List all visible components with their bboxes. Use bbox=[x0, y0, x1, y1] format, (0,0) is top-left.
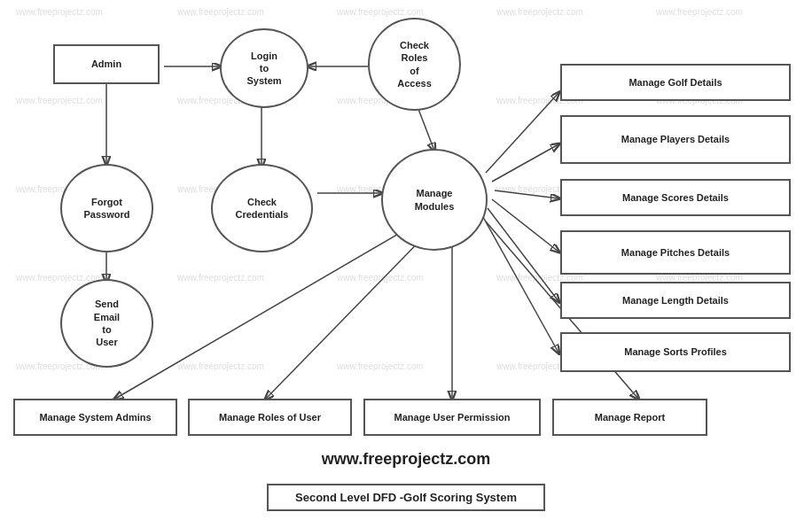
svg-line-11 bbox=[488, 208, 558, 301]
svg-line-9 bbox=[495, 190, 558, 198]
watermark-18: www.freeprojectz.com bbox=[337, 273, 424, 283]
watermark-1: www.freeprojectz.com bbox=[16, 7, 103, 17]
manage-sorts-node: Manage Sorts Profiles bbox=[560, 332, 791, 372]
watermark-2: www.freeprojectz.com bbox=[177, 7, 264, 17]
manage-report-node: Manage Report bbox=[552, 399, 707, 436]
manage-pitches-node: Manage Pitches Details bbox=[560, 230, 791, 275]
manage-perm-node: Manage User Permission bbox=[363, 399, 541, 436]
diagram-container: www.freeprojectz.com www.freeprojectz.co… bbox=[0, 0, 812, 520]
svg-line-8 bbox=[492, 144, 558, 182]
watermark-17: www.freeprojectz.com bbox=[177, 273, 264, 283]
manage-admins-node: Manage System Admins bbox=[13, 399, 177, 436]
watermark-5: www.freeprojectz.com bbox=[656, 7, 743, 17]
watermark-23: www.freeprojectz.com bbox=[337, 361, 424, 371]
svg-line-12 bbox=[483, 217, 558, 353]
manage-players-node: Manage Players Details bbox=[560, 115, 791, 164]
manage-scores-node: Manage Scores Details bbox=[560, 179, 791, 216]
check-roles-node: Check Roles of Access bbox=[368, 18, 461, 111]
watermark-22: www.freeprojectz.com bbox=[177, 361, 264, 371]
footer-website: www.freeprojectz.com bbox=[0, 450, 812, 469]
svg-line-7 bbox=[486, 93, 558, 173]
watermark-3: www.freeprojectz.com bbox=[337, 7, 424, 17]
watermark-6: www.freeprojectz.com bbox=[16, 96, 103, 105]
watermark-4: www.freeprojectz.com bbox=[496, 7, 583, 17]
manage-modules-node: Manage Modules bbox=[381, 149, 488, 251]
footer-title: Second Level DFD -Golf Scoring System bbox=[267, 484, 545, 511]
check-creds-node: Check Credentials bbox=[211, 164, 313, 252]
admin-node: Admin bbox=[53, 44, 160, 84]
svg-line-14 bbox=[266, 226, 434, 399]
forgot-node: Forgot Password bbox=[60, 164, 153, 252]
svg-line-10 bbox=[492, 199, 558, 252]
send-email-node: Send Email to User bbox=[60, 279, 153, 368]
manage-golf-node: Manage Golf Details bbox=[560, 64, 791, 101]
login-node: Login to System bbox=[220, 28, 308, 108]
manage-length-node: Manage Length Details bbox=[560, 282, 791, 319]
manage-roles-node: Manage Roles of User bbox=[188, 399, 352, 436]
